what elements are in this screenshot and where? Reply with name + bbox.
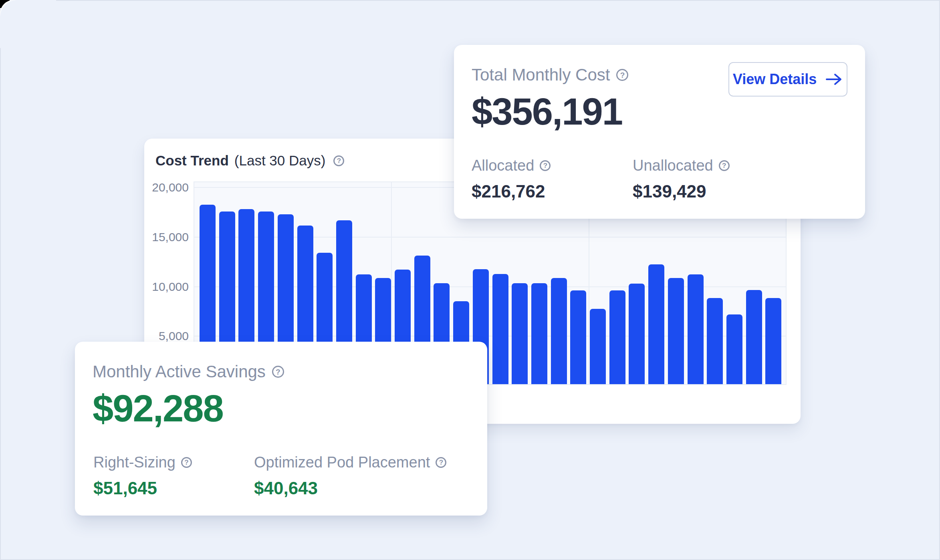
savings-card-title: Monthly Active Savings	[93, 363, 266, 380]
view-details-button[interactable]: View Details	[728, 62, 847, 97]
bar-day-17[interactable]	[512, 283, 528, 384]
arrow-right-icon	[825, 73, 843, 86]
bar-day-29[interactable]	[746, 290, 762, 384]
dashboard-canvas: Cost Trend (Last 30 Days) ? 5,00010,0001…	[0, 0, 940, 560]
bar-day-24[interactable]	[648, 264, 664, 384]
help-icon[interactable]: ?	[719, 160, 730, 171]
optimized-pod-placement-block: Optimized Pod Placement ? $40,643	[254, 455, 446, 497]
savings-card-title-row: Monthly Active Savings ?	[93, 363, 284, 380]
bar-day-18[interactable]	[531, 283, 547, 384]
unallocated-value: $139,429	[633, 183, 730, 200]
view-details-label: View Details	[733, 71, 817, 88]
monthly-active-savings-value: $92,288	[93, 389, 223, 429]
bar-day-20[interactable]	[570, 290, 586, 384]
screenshot-corner-bg	[0, 0, 56, 48]
cost-card-title: Total Monthly Cost	[472, 66, 610, 83]
bar-day-16[interactable]	[492, 274, 508, 384]
bar-day-26[interactable]	[688, 274, 704, 384]
help-icon[interactable]: ?	[181, 457, 192, 468]
bar-day-28[interactable]	[726, 314, 742, 384]
optimized-pod-placement-value: $40,643	[254, 479, 446, 497]
total-monthly-cost-value: $356,191	[472, 92, 622, 132]
allocated-label: Allocated	[472, 158, 534, 173]
unallocated-label: Unallocated	[633, 158, 713, 173]
chart-title-text: Cost Trend	[155, 152, 229, 169]
y-tick-label: 5,000	[145, 329, 189, 343]
help-icon[interactable]: ?	[272, 366, 284, 378]
bar-day-23[interactable]	[629, 284, 645, 384]
help-icon[interactable]: ?	[616, 69, 628, 81]
help-icon[interactable]: ?	[540, 160, 551, 171]
right-sizing-label: Right-Sizing	[93, 455, 175, 470]
bar-day-27[interactable]	[707, 298, 723, 384]
bar-day-22[interactable]	[609, 290, 625, 384]
cost-card-title-row: Total Monthly Cost ?	[472, 66, 628, 83]
total-monthly-cost-card: Total Monthly Cost ? View Details $356,1…	[454, 45, 865, 219]
bar-day-21[interactable]	[590, 309, 606, 384]
y-tick-label: 20,000	[145, 180, 189, 195]
help-icon[interactable]: ?	[333, 155, 344, 166]
right-sizing-value: $51,645	[93, 479, 192, 497]
y-tick-label: 15,000	[145, 230, 189, 244]
chart-subtitle-text: (Last 30 Days)	[234, 152, 326, 169]
bar-day-25[interactable]	[668, 278, 684, 384]
bar-day-19[interactable]	[551, 278, 567, 384]
allocated-block: Allocated ? $216,762	[472, 158, 551, 200]
optimized-pod-placement-label: Optimized Pod Placement	[254, 455, 430, 470]
allocated-value: $216,762	[472, 183, 551, 200]
help-icon[interactable]: ?	[436, 457, 446, 468]
y-tick-label: 10,000	[145, 280, 189, 294]
monthly-active-savings-card: Monthly Active Savings ? $92,288 Right-S…	[75, 342, 487, 516]
cost-trend-title: Cost Trend (Last 30 Days) ?	[155, 152, 344, 169]
unallocated-block: Unallocated ? $139,429	[633, 158, 730, 200]
bar-day-30[interactable]	[765, 298, 781, 384]
right-sizing-block: Right-Sizing ? $51,645	[93, 455, 192, 497]
